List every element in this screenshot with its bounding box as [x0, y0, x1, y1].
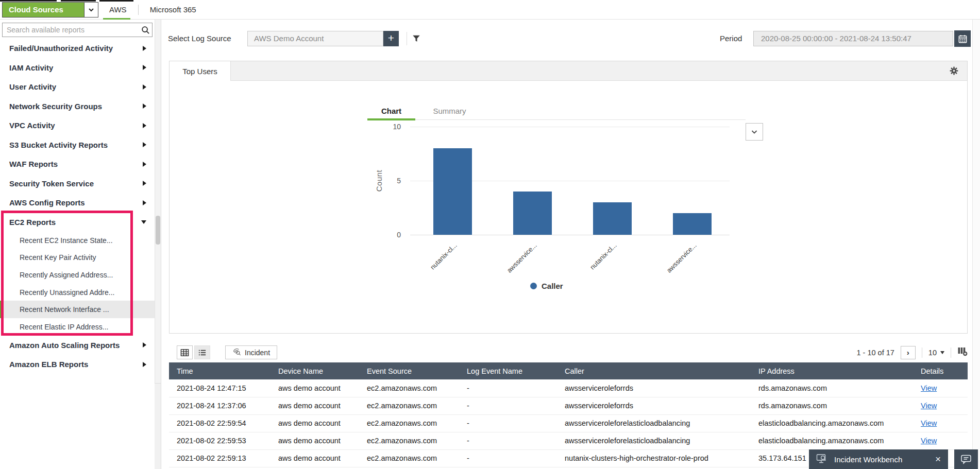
cell-device-name: aws demo account: [271, 414, 359, 432]
incident-workbench-label: Incident Workbench: [834, 455, 902, 464]
search-icon[interactable]: [139, 26, 152, 34]
sidebar-item-label: Security Token Service: [9, 179, 94, 188]
cell-log-event-name: -: [459, 379, 557, 397]
tab-microsoft-365[interactable]: Microsoft 365: [147, 5, 199, 14]
sidebar-item-failed-unauthorized-activity[interactable]: Failed/Unauthorized Activity: [0, 39, 155, 58]
incident-workbench-bar[interactable]: Incident Workbench ×: [809, 449, 948, 469]
sidebar-item-network-security-groups[interactable]: Network Security Groups: [0, 97, 155, 116]
sidebar-item-user-activity[interactable]: User Activity: [0, 77, 155, 97]
filter-icon[interactable]: [410, 33, 423, 44]
column-header-log-event-name[interactable]: Log Event Name: [459, 362, 557, 379]
sidebar-item-vpc-activity[interactable]: VPC Activity: [0, 116, 155, 135]
cell-log-event-name: -: [459, 414, 557, 432]
period-range-input[interactable]: 2020-08-25 00:00:00 - 2021-08-24 13:50:4…: [753, 31, 953, 46]
cell-log-event-name: -: [459, 432, 557, 449]
cell-time: 2021-08-02 22:59:13: [169, 449, 271, 467]
sidebar-nav: Failed/Unauthorized ActivityIAM Activity…: [0, 39, 155, 374]
chart-legend: Caller: [530, 282, 563, 290]
sidebar-item-s3-bucket-activity-reports[interactable]: S3 Bucket Activity Reports: [0, 135, 155, 155]
view-link[interactable]: View: [921, 402, 937, 410]
sidebar-item-amazon-elb-reports[interactable]: Amazon ELB Reports: [0, 355, 155, 374]
gear-icon[interactable]: [949, 66, 959, 78]
bar-awsservice-[interactable]: [513, 192, 552, 235]
table-row: 2021-08-24 12:37:06aws demo accountec2.a…: [169, 397, 968, 414]
sidebar-item-aws-config-reports[interactable]: AWS Config Reports: [0, 193, 155, 213]
cell-ip-address: elasticloadbalancing.amazonaws.com: [751, 414, 913, 432]
cell-caller: awsserviceroleforrds: [557, 379, 751, 397]
cell-event-source: ec2.amazonaws.com: [359, 449, 459, 467]
sidebar-item-amazon-auto-scaling-reports[interactable]: Amazon Auto Scaling Reports: [0, 336, 155, 355]
y-tick-label: 0: [375, 231, 401, 239]
toolbar-divider: [922, 348, 922, 358]
cell-event-source: ec2.amazonaws.com: [359, 432, 459, 449]
view-link[interactable]: View: [921, 419, 937, 427]
chevron-right-icon: [143, 342, 146, 348]
bar-nutanix-cl-[interactable]: [433, 148, 472, 235]
column-header-details[interactable]: Details: [913, 362, 968, 379]
page-size-dropdown[interactable]: 10: [928, 349, 944, 357]
add-log-source-button[interactable]: +: [383, 31, 399, 46]
chart-options-dropdown[interactable]: [746, 123, 763, 141]
incident-button[interactable]: Incident: [225, 345, 277, 359]
sidebar-item-label: Network Security Groups: [9, 102, 102, 111]
sidebar-subitem-recently-unassigned-addre[interactable]: Recently Unassigned Addre...: [0, 284, 155, 301]
x-tick-label: awsservice...: [493, 241, 538, 287]
sidebar-subitem-recent-key-pair-activity[interactable]: Recent Key Pair Activity: [0, 249, 155, 267]
sidebar-scrollbar[interactable]: [155, 20, 161, 383]
column-header-time[interactable]: Time: [169, 362, 271, 379]
gridline: [410, 235, 730, 235]
chat-bubble-icon[interactable]: [954, 449, 978, 469]
sidebar-scrollbar-thumb[interactable]: [156, 216, 160, 245]
tab-summary[interactable]: Summary: [426, 107, 474, 119]
x-tick-label: nutanix-cl...: [413, 241, 458, 287]
cell-log-event-name: -: [459, 449, 557, 467]
table-row: 2021-08-24 12:47:15aws demo accountec2.a…: [169, 379, 968, 397]
bar-nutanix-cl-[interactable]: [593, 202, 632, 235]
list-view-button[interactable]: [194, 345, 210, 359]
sidebar-item-label: Failed/Unauthorized Activity: [9, 44, 113, 53]
tab-chart[interactable]: Chart: [367, 107, 415, 119]
next-page-button[interactable]: ›: [901, 346, 916, 359]
column-header-ip-address[interactable]: IP Address: [751, 362, 913, 379]
toolbar-divider: [407, 32, 407, 45]
cell-device-name: aws demo account: [271, 397, 359, 414]
view-link[interactable]: View: [921, 437, 937, 445]
bar-awsservice-[interactable]: [673, 213, 712, 235]
top-bar: Cloud Sources AWS Microsoft 365: [0, 0, 980, 20]
tab-aws[interactable]: AWS: [106, 5, 130, 14]
sidebar-item-label: EC2 Reports: [9, 218, 56, 227]
cell-time: 2021-08-24 12:47:15: [169, 379, 271, 397]
sidebar-item-ec2-reports[interactable]: EC2 Reports: [0, 213, 155, 232]
chevron-right-icon: [143, 103, 146, 109]
cell-time: 2021-08-02 22:59:53: [169, 432, 271, 449]
cloud-sources-dropdown[interactable]: Cloud Sources: [2, 2, 98, 18]
browser-tab-edge: [0, 0, 57, 2]
sidebar-item-security-token-service[interactable]: Security Token Service: [0, 174, 155, 194]
sidebar-subitem-recent-elastic-ip-address[interactable]: Recent Elastic IP Address...: [0, 318, 155, 336]
sidebar-subitem-recent-network-interface[interactable]: Recent Network Interface ...: [0, 301, 155, 318]
sidebar-divider: [161, 20, 161, 469]
column-header-device-name[interactable]: Device Name: [271, 362, 359, 379]
calendar-icon[interactable]: [954, 30, 971, 47]
view-link[interactable]: View: [921, 384, 937, 392]
column-header-caller[interactable]: Caller: [557, 362, 751, 379]
chevron-down-icon[interactable]: [84, 3, 98, 17]
table-header: TimeDevice NameEvent SourceLog Event Nam…: [169, 362, 968, 379]
log-source-select[interactable]: AWS Demo Account: [247, 31, 383, 46]
sidebar-item-waf-reports[interactable]: WAF Reports: [0, 154, 155, 174]
column-header-event-source[interactable]: Event Source: [359, 362, 459, 379]
page-scrollbar[interactable]: [972, 20, 980, 469]
x-tick-label: awsservice...: [652, 241, 698, 287]
add-column-icon[interactable]: [957, 346, 968, 358]
search-input[interactable]: [3, 26, 139, 34]
tab-top-users[interactable]: Top Users: [169, 61, 231, 81]
cell-ip-address: elasticloadbalancing.amazonaws.com: [751, 432, 913, 449]
sidebar-item-iam-activity[interactable]: IAM Activity: [0, 58, 155, 78]
tab-baseline: [415, 119, 746, 120]
cell-details: View: [913, 414, 968, 432]
legend-label: Caller: [542, 282, 563, 290]
sidebar-subitem-recently-assigned-address[interactable]: Recently Assigned Address...: [0, 266, 155, 284]
grid-view-button[interactable]: [177, 345, 193, 359]
sidebar-subitem-recent-ec2-instance-state[interactable]: Recent EC2 Instance State...: [0, 232, 155, 249]
close-icon[interactable]: ×: [935, 454, 941, 465]
